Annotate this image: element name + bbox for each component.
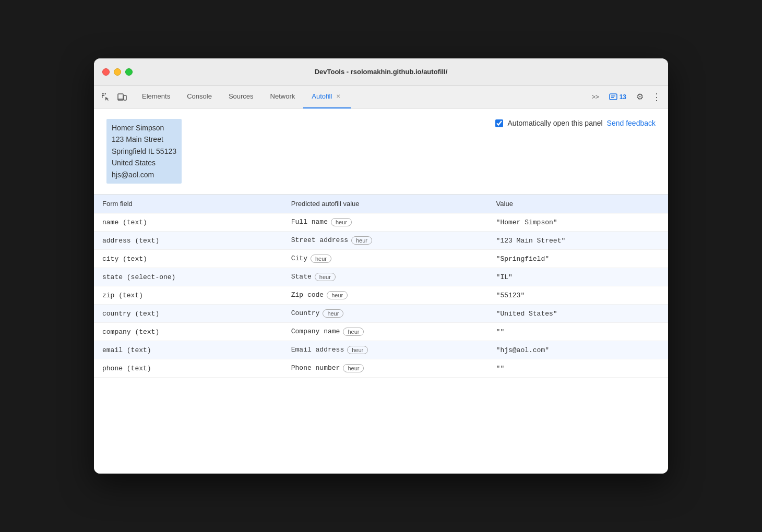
address-section: Homer Simpson 123 Main Street Springfiel… bbox=[94, 108, 668, 195]
predicted-cell: Phone numberheur bbox=[283, 359, 488, 377]
table-row: zip (text)Zip codeheur"55123" bbox=[94, 286, 668, 304]
more-tabs-button[interactable]: >> bbox=[588, 90, 603, 104]
device-icon bbox=[117, 92, 127, 102]
address-line-5: hjs@aol.com bbox=[112, 169, 176, 180]
tab-elements[interactable]: Elements bbox=[134, 86, 178, 108]
messages-button[interactable]: 13 bbox=[605, 91, 630, 103]
toolbar-right: >> 13 ⚙ ⋮ bbox=[588, 90, 664, 104]
table-row: address (text)Street addressheur"123 Mai… bbox=[94, 231, 668, 249]
table-header-row: Form field Predicted autofill value Valu… bbox=[94, 195, 668, 213]
devtools-window: DevTools - rsolomakhin.github.io/autofil… bbox=[94, 58, 668, 474]
tab-network[interactable]: Network bbox=[262, 86, 304, 108]
address-line-1: Homer Simpson bbox=[112, 122, 176, 134]
svg-rect-3 bbox=[103, 95, 104, 96]
value-cell: "Springfield" bbox=[488, 249, 668, 268]
tab-console[interactable]: Console bbox=[178, 86, 220, 108]
value-cell: "123 Main Street" bbox=[488, 231, 668, 249]
field-name-cell: zip (text) bbox=[94, 286, 283, 304]
auto-open-checkbox[interactable] bbox=[495, 119, 503, 127]
address-line-2: 123 Main Street bbox=[112, 134, 176, 145]
col-header-field: Form field bbox=[94, 195, 283, 213]
autofill-table: Form field Predicted autofill value Valu… bbox=[94, 195, 668, 378]
col-header-value: Value bbox=[488, 195, 668, 213]
table-row: city (text)Cityheur"Springfield" bbox=[94, 249, 668, 268]
close-button[interactable] bbox=[102, 68, 110, 76]
predicted-cell: Countryheur bbox=[283, 304, 488, 322]
predicted-cell: Cityheur bbox=[283, 249, 488, 268]
settings-button[interactable]: ⚙ bbox=[633, 90, 647, 104]
value-cell: "" bbox=[488, 359, 668, 377]
table-row: country (text)Countryheur"United States" bbox=[94, 304, 668, 322]
traffic-lights bbox=[102, 68, 133, 76]
value-cell: "" bbox=[488, 322, 668, 341]
device-toggle-button[interactable] bbox=[115, 90, 129, 104]
predicted-cell: Zip codeheur bbox=[283, 286, 488, 304]
svg-rect-7 bbox=[124, 95, 126, 100]
address-block: Homer Simpson 123 Main Street Springfiel… bbox=[106, 119, 182, 184]
tab-autofill[interactable]: Autofill ✕ bbox=[303, 86, 351, 108]
value-cell: "Homer Simpson" bbox=[488, 213, 668, 231]
svg-rect-1 bbox=[103, 93, 104, 94]
minimize-button[interactable] bbox=[114, 68, 121, 76]
field-name-cell: address (text) bbox=[94, 231, 283, 249]
svg-rect-0 bbox=[102, 93, 103, 94]
auto-open-label: Automatically open this panel bbox=[507, 119, 602, 127]
table-row: company (text)Company nameheur"" bbox=[94, 322, 668, 341]
table-row: email (text)Email addressheur"hjs@aol.co… bbox=[94, 341, 668, 359]
predicted-cell: Company nameheur bbox=[283, 322, 488, 341]
value-cell: "IL" bbox=[488, 268, 668, 286]
titlebar: DevTools - rsolomakhin.github.io/autofil… bbox=[94, 58, 668, 86]
tab-autofill-inner: Autofill ✕ bbox=[312, 92, 342, 101]
address-line-4: United States bbox=[112, 157, 176, 168]
field-name-cell: company (text) bbox=[94, 322, 283, 341]
table-row: name (text)Full nameheur"Homer Simpson" bbox=[94, 213, 668, 231]
field-name-cell: state (select-one) bbox=[94, 268, 283, 286]
field-name-cell: email (text) bbox=[94, 341, 283, 359]
svg-rect-9 bbox=[610, 94, 617, 100]
field-name-cell: country (text) bbox=[94, 304, 283, 322]
send-feedback-link[interactable]: Send feedback bbox=[607, 119, 656, 127]
field-name-cell: city (text) bbox=[94, 249, 283, 268]
svg-rect-5 bbox=[105, 93, 106, 94]
predicted-cell: Email addressheur bbox=[283, 341, 488, 359]
field-name-cell: name (text) bbox=[94, 213, 283, 231]
table-body: name (text)Full nameheur"Homer Simpson"a… bbox=[94, 213, 668, 377]
messages-icon bbox=[609, 93, 617, 101]
field-name-cell: phone (text) bbox=[94, 359, 283, 377]
predicted-cell: Street addressheur bbox=[283, 231, 488, 249]
autofill-control: Automatically open this panel Send feedb… bbox=[495, 119, 656, 127]
more-options-button[interactable]: ⋮ bbox=[649, 90, 664, 104]
tab-close-autofill[interactable]: ✕ bbox=[334, 92, 342, 101]
value-cell: "hjs@aol.com" bbox=[488, 341, 668, 359]
predicted-cell: Full nameheur bbox=[283, 213, 488, 231]
cursor-icon-button[interactable] bbox=[98, 90, 113, 104]
address-line-3: Springfield IL 55123 bbox=[112, 146, 176, 157]
svg-rect-2 bbox=[102, 95, 103, 96]
table-row: phone (text)Phone numberheur"" bbox=[94, 359, 668, 377]
maximize-button[interactable] bbox=[125, 68, 133, 76]
predicted-cell: Stateheur bbox=[283, 268, 488, 286]
value-cell: "55123" bbox=[488, 286, 668, 304]
toolbar: Elements Console Sources Network Autofil… bbox=[94, 86, 668, 108]
svg-rect-4 bbox=[102, 96, 103, 98]
tab-sources[interactable]: Sources bbox=[220, 86, 262, 108]
value-cell: "United States" bbox=[488, 304, 668, 322]
main-content: Homer Simpson 123 Main Street Springfiel… bbox=[94, 108, 668, 474]
col-header-predicted: Predicted autofill value bbox=[283, 195, 488, 213]
table-row: state (select-one)Stateheur"IL" bbox=[94, 268, 668, 286]
toolbar-icons bbox=[98, 90, 129, 104]
cursor-icon bbox=[101, 92, 110, 102]
window-title: DevTools - rsolomakhin.github.io/autofil… bbox=[315, 68, 448, 76]
